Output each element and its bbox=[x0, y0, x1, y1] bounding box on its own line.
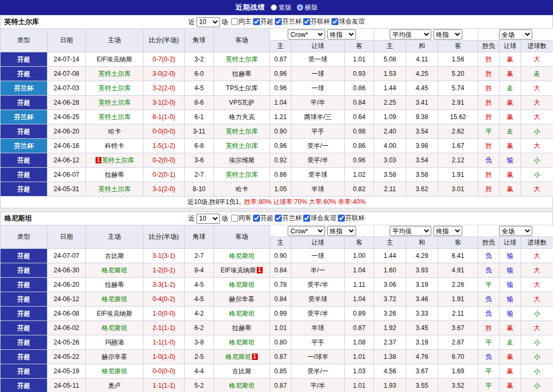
away-team: 赫尔辛基 bbox=[214, 292, 270, 307]
league-filter-option[interactable]: 芬超 bbox=[253, 17, 273, 26]
team-link[interactable]: VPS瓦萨 bbox=[229, 99, 255, 106]
scope-select[interactable]: 全场 bbox=[499, 29, 532, 40]
team-link[interactable]: 古比斯 bbox=[105, 252, 124, 260]
match-score[interactable]: 3-1(2-0) bbox=[144, 96, 185, 110]
team-link[interactable]: 格尼斯坦 bbox=[226, 353, 251, 360]
team-link[interactable]: 赫尔辛基 bbox=[229, 295, 255, 303]
team-link[interactable]: 格尼斯坦 bbox=[229, 252, 255, 260]
league-filter-option[interactable]: 球会友谊 bbox=[303, 214, 336, 223]
team-link[interactable]: 古比斯 bbox=[232, 367, 251, 375]
team-link[interactable]: 英特土尔库 bbox=[99, 84, 131, 92]
match-score[interactable]: 0-2(0-0) bbox=[144, 153, 185, 168]
layout-option[interactable]: 竖版 bbox=[271, 3, 291, 12]
avg-source-select[interactable]: 平均值 bbox=[390, 226, 431, 236]
odds-source-select[interactable]: Crow* bbox=[288, 226, 325, 236]
team-link[interactable]: 埃尔维斯 bbox=[229, 156, 255, 164]
match-score[interactable]: 1-1(1-0) bbox=[144, 335, 185, 350]
match-score[interactable]: 0-4(0-2) bbox=[144, 292, 185, 307]
league-checkbox[interactable] bbox=[275, 215, 282, 222]
league-filter-option[interactable]: 芬联杯 bbox=[338, 214, 365, 223]
match-score[interactable]: 0-2(0-1) bbox=[144, 168, 185, 182]
odds-home: 0.96 bbox=[270, 67, 291, 81]
league-filter-option[interactable]: 球会友谊 bbox=[331, 17, 365, 26]
layout-radio[interactable] bbox=[297, 4, 303, 11]
team-link[interactable]: 格尼斯坦 bbox=[229, 382, 255, 389]
team-link[interactable]: 哈卡 bbox=[235, 185, 248, 193]
layout-option[interactable]: 横版 bbox=[297, 3, 318, 12]
team-link[interactable]: 格尼斯坦 bbox=[102, 367, 128, 375]
league-filter-option[interactable]: 芬兰杯 bbox=[275, 17, 302, 26]
team-link[interactable]: 格尼斯坦 bbox=[102, 266, 128, 274]
match-score[interactable]: 1-0(0-0) bbox=[144, 307, 185, 321]
team-link[interactable]: 格尼斯坦 bbox=[229, 281, 255, 288]
recent-count-select[interactable]: 10 bbox=[196, 17, 220, 27]
team-link[interactable]: 拉赫蒂 bbox=[232, 324, 251, 332]
odds-handicap: 两球半/三 bbox=[291, 110, 345, 124]
team-link[interactable]: 英特土尔库 bbox=[99, 99, 131, 106]
league-checkbox[interactable] bbox=[338, 215, 345, 222]
team-link[interactable]: 拉赫蒂 bbox=[232, 70, 251, 77]
team-link[interactable]: 科特卡 bbox=[105, 142, 124, 150]
team-link[interactable]: 格尼斯坦 bbox=[229, 310, 255, 317]
team-link[interactable]: 英特土尔库 bbox=[226, 128, 258, 135]
league-filter-option[interactable]: 同客 bbox=[231, 214, 251, 223]
odds-source-select[interactable]: Crow* bbox=[288, 29, 325, 40]
league-checkbox[interactable] bbox=[331, 18, 338, 25]
league-checkbox[interactable] bbox=[253, 18, 260, 25]
team-link[interactable]: 格尼斯坦 bbox=[102, 324, 128, 332]
match-score[interactable]: 6-1(1-0) bbox=[144, 110, 185, 124]
match-score[interactable]: 0-0(0-0) bbox=[144, 364, 185, 379]
team-link[interactable]: 英特土尔库 bbox=[226, 171, 258, 178]
match-score[interactable]: 0-7(0-2) bbox=[144, 52, 185, 67]
team-link[interactable]: EIF埃克纳斯 bbox=[220, 266, 256, 274]
team-link[interactable]: 英特土尔库 bbox=[99, 70, 131, 77]
league-checkbox[interactable] bbox=[303, 215, 310, 222]
league-filter-option[interactable]: 芬联杯 bbox=[303, 17, 330, 26]
league-checkbox[interactable] bbox=[231, 18, 238, 25]
league-filter-option[interactable]: 同主 bbox=[231, 17, 251, 26]
team-link[interactable]: 格尼斯坦 bbox=[102, 295, 128, 303]
match-score[interactable]: 1-2(0-1) bbox=[144, 263, 185, 278]
team-link[interactable]: 拉赫蒂 bbox=[105, 281, 124, 288]
recent-count-select[interactable]: 10 bbox=[196, 214, 220, 224]
match-score[interactable]: 1-0(1-0) bbox=[144, 350, 185, 364]
league-checkbox[interactable] bbox=[231, 215, 238, 222]
team-link[interactable]: EIF埃克纳斯 bbox=[97, 56, 132, 63]
team-link[interactable]: EIF埃克纳斯 bbox=[97, 310, 132, 317]
scope-select[interactable]: 全场 bbox=[499, 226, 532, 236]
team-link[interactable]: 英特土尔库 bbox=[226, 142, 258, 150]
match-score[interactable]: 3-1(3-1) bbox=[144, 249, 185, 263]
league-checkbox[interactable] bbox=[275, 18, 282, 25]
league-filter-option[interactable]: 芬兰杯 bbox=[275, 214, 302, 223]
team-link[interactable]: 英特土尔库 bbox=[99, 113, 131, 121]
team-link[interactable]: 哈卡 bbox=[108, 128, 121, 135]
match-score[interactable]: 3-0(2-0) bbox=[144, 67, 185, 81]
layout-radio[interactable] bbox=[271, 4, 277, 11]
match-score[interactable]: 2-1(1-1) bbox=[144, 321, 185, 335]
team-link[interactable]: 格尼斯坦 bbox=[229, 339, 255, 346]
team-link[interactable]: 赫尔辛基 bbox=[102, 353, 128, 360]
team-link[interactable]: 英特土尔库 bbox=[226, 56, 258, 63]
league-checkbox[interactable] bbox=[303, 18, 310, 25]
match-score[interactable]: 3-2(2-0) bbox=[144, 81, 185, 96]
team-link[interactable]: 玛丽港 bbox=[105, 339, 124, 346]
team-link[interactable]: 格力夫克 bbox=[229, 113, 255, 121]
avg-time-select[interactable]: 终指 bbox=[433, 29, 462, 40]
league-filter-option[interactable]: 芬超 bbox=[253, 214, 273, 223]
avg-time-select[interactable]: 终指 bbox=[433, 226, 462, 236]
team-link[interactable]: 英特土尔库 bbox=[102, 156, 134, 164]
team-link[interactable]: TPS土尔库 bbox=[226, 84, 257, 92]
match-score[interactable]: 1-5(1-2) bbox=[144, 139, 185, 153]
avg-source-select[interactable]: 平均值 bbox=[390, 29, 431, 40]
team-link[interactable]: 拉赫蒂 bbox=[105, 171, 124, 178]
match-score[interactable]: 3-3(1-2) bbox=[144, 278, 185, 292]
match-score[interactable]: 0-0(0-0) bbox=[144, 124, 185, 139]
odds-time-select[interactable]: 终指 bbox=[327, 29, 356, 40]
team-link[interactable]: 英特土尔库 bbox=[99, 185, 131, 193]
match-score[interactable]: 1-1(1-1) bbox=[144, 379, 185, 392]
match-score[interactable]: 3-1(2-0) bbox=[144, 182, 185, 197]
odds-time-select[interactable]: 终指 bbox=[327, 226, 356, 236]
league-checkbox[interactable] bbox=[253, 215, 260, 222]
team-link[interactable]: 奥卢 bbox=[108, 382, 121, 389]
home-team: 英特土尔库 bbox=[86, 96, 144, 110]
